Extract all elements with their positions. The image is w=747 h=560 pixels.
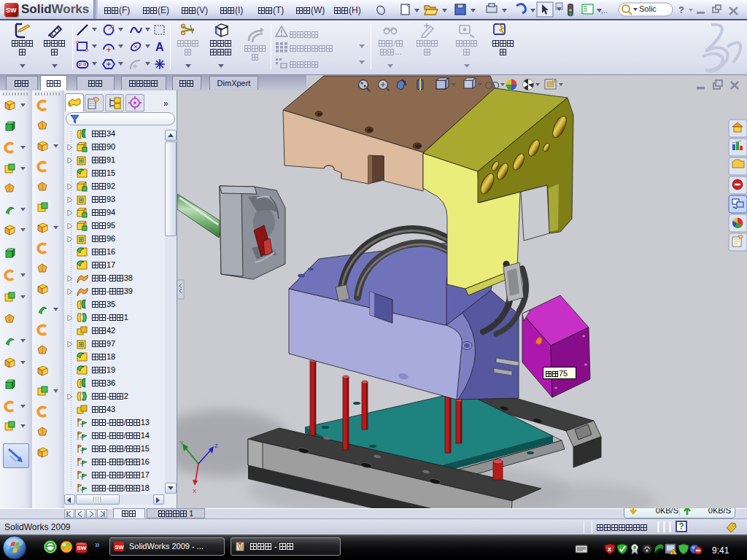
svg-text:!: ! [673, 551, 674, 555]
svg-text:SW: SW [77, 545, 87, 551]
svg-text:X: X [193, 488, 197, 494]
svg-text:SW: SW [115, 544, 125, 551]
svg-text:Z: Z [214, 443, 218, 449]
svg-text:Y: Y [179, 440, 184, 446]
svg-text:Solic: Solic [639, 4, 657, 13]
svg-text:?: ? [678, 4, 684, 15]
